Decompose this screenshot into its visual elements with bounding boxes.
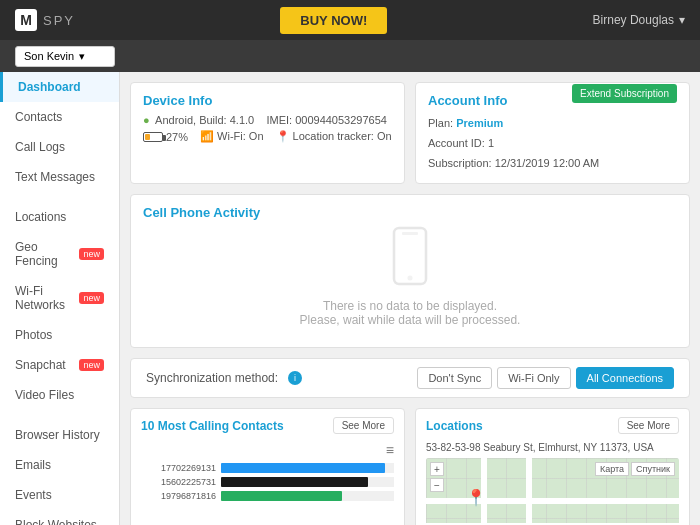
sync-all-connections-button[interactable]: All Connections	[576, 367, 674, 389]
calling-card-header: 10 Most Calling Contacts See More	[141, 417, 394, 434]
geo-fencing-badge: new	[79, 248, 104, 260]
table-row: 19796871816	[141, 491, 394, 501]
sidebar-item-emails[interactable]: Emails	[0, 450, 119, 480]
location-text: Location tracker: On	[293, 130, 392, 142]
map-pin-icon: 📍	[466, 488, 486, 507]
sidebar-item-events[interactable]: Events	[0, 480, 119, 510]
plan-label: Plan:	[428, 117, 453, 129]
sidebar-label-dashboard: Dashboard	[18, 80, 81, 94]
sidebar-label-emails: Emails	[15, 458, 51, 472]
sidebar-label-contacts: Contacts	[15, 110, 62, 124]
device-stats: 27% 📶 Wi-Fi: On 📍 Location tracker: On	[143, 130, 392, 143]
sidebar-label-events: Events	[15, 488, 52, 502]
sidebar-item-photos[interactable]: Photos	[0, 320, 119, 350]
logo: m SPY	[15, 9, 75, 31]
bar-fill-2	[221, 477, 368, 487]
sync-dont-sync-button[interactable]: Don't Sync	[417, 367, 492, 389]
wifi-text: Wi-Fi: On	[217, 130, 263, 142]
hamburger-icon: ≡	[386, 442, 394, 458]
contact-number-3: 19796871816	[141, 491, 216, 501]
wifi-icon: 📶	[200, 130, 214, 142]
sync-buttons: Don't Sync Wi-Fi Only All Connections	[417, 367, 674, 389]
extend-subscription-button[interactable]: Extend Subscription	[572, 84, 677, 103]
locations-card-header: Locations See More	[426, 417, 679, 434]
map-tab-map[interactable]: Карта	[595, 462, 629, 476]
bar-container-1	[221, 463, 394, 473]
sidebar-label-text-messages: Text Messages	[15, 170, 95, 184]
sidebar: Dashboard Contacts Call Logs Text Messag…	[0, 72, 120, 525]
device-os: ● Android, Build: 4.1.0 IMEI: 0009440532…	[143, 114, 392, 126]
activity-empty-message: There is no data to be displayed. Please…	[143, 284, 677, 337]
user-name: Birney Douglas	[593, 13, 674, 27]
map-road-v2	[526, 458, 532, 525]
sidebar-label-wifi-networks: Wi-Fi Networks	[15, 284, 74, 312]
sidebar-item-locations[interactable]: Locations	[0, 202, 119, 232]
sidebar-label-geo-fencing: Geo Fencing	[15, 240, 74, 268]
cell-activity-title: Cell Phone Activity	[143, 205, 677, 220]
account-details: Plan: Premium Extend Subscription Accoun…	[428, 114, 677, 173]
device-name: Son Kevin	[24, 50, 74, 62]
android-icon: ●	[143, 114, 150, 126]
bar-container-2	[221, 477, 394, 487]
map-area: 📍 Карта Спутник + −	[426, 458, 679, 525]
battery-percent: 27%	[166, 131, 188, 143]
sync-info-icon[interactable]: i	[288, 371, 302, 385]
cell-activity-card: Cell Phone Activity There is no data to …	[130, 194, 690, 348]
sidebar-item-browser-history[interactable]: Browser History	[0, 420, 119, 450]
svg-point-2	[408, 276, 413, 281]
main-layout: Dashboard Contacts Call Logs Text Messag…	[0, 72, 700, 525]
bar-chart: 17702269131 15602225731 19796871816	[141, 463, 394, 501]
device-selector[interactable]: Son Kevin ▾	[15, 46, 115, 67]
bar-container-3	[221, 491, 394, 501]
wifi-badge: new	[79, 292, 104, 304]
bar-fill-3	[221, 491, 342, 501]
buy-now-button[interactable]: BUY NOW!	[280, 7, 387, 34]
sidebar-item-block-websites[interactable]: Block Websites	[0, 510, 119, 525]
map-zoom-controls: + −	[430, 462, 444, 492]
sync-label: Synchronization method:	[146, 371, 278, 385]
device-os-text: Android, Build: 4.1.0	[155, 114, 254, 126]
contact-number-1: 17702269131	[141, 463, 216, 473]
user-dropdown-icon: ▾	[679, 13, 685, 27]
map-road-h1	[426, 498, 679, 504]
user-menu[interactable]: Birney Douglas ▾	[593, 13, 685, 27]
sync-wifi-only-button[interactable]: Wi-Fi Only	[497, 367, 570, 389]
content-area: Device Info ● Android, Build: 4.1.0 IMEI…	[120, 72, 700, 525]
map-zoom-in-button[interactable]: +	[430, 462, 444, 476]
sidebar-item-snapchat[interactable]: Snapchat new	[0, 350, 119, 380]
location-status: 📍 Location tracker: On	[276, 130, 392, 143]
device-dropdown-icon: ▾	[79, 50, 85, 63]
wifi-status: 📶 Wi-Fi: On	[200, 130, 264, 143]
sidebar-item-geo-fencing[interactable]: Geo Fencing new	[0, 232, 119, 276]
sidebar-item-contacts[interactable]: Contacts	[0, 102, 119, 132]
map-tab-satellite[interactable]: Спутник	[631, 462, 675, 476]
locations-see-more-button[interactable]: See More	[618, 417, 679, 434]
activity-msg2: Please, wait while data will be processe…	[143, 313, 677, 327]
app-header: m SPY BUY NOW! Birney Douglas ▾	[0, 0, 700, 40]
subscription-label: Subscription:	[428, 157, 492, 169]
map-address: 53-82-53-98 Seabury St, Elmhurst, NY 113…	[426, 442, 679, 453]
plan-value: Premium	[456, 117, 503, 129]
activity-msg1: There is no data to be displayed.	[143, 299, 677, 313]
bar-fill-1	[221, 463, 385, 473]
sidebar-label-photos: Photos	[15, 328, 52, 342]
sidebar-item-call-logs[interactable]: Call Logs	[0, 132, 119, 162]
sidebar-item-video-files[interactable]: Video Files	[0, 380, 119, 410]
battery-icon	[143, 132, 163, 142]
device-info-title: Device Info	[143, 93, 392, 108]
calling-title: 10 Most Calling Contacts	[141, 419, 284, 433]
subscription-value: 12/31/2019 12:00 AM	[495, 157, 600, 169]
map-zoom-out-button[interactable]: −	[430, 478, 444, 492]
bottom-row: 10 Most Calling Contacts See More ≡ 1770…	[130, 408, 690, 525]
phone-icon	[385, 226, 435, 276]
map-tabs: Карта Спутник	[595, 462, 675, 476]
sidebar-item-wifi-networks[interactable]: Wi-Fi Networks new	[0, 276, 119, 320]
table-row: 17702269131	[141, 463, 394, 473]
device-imei: 000944053297654	[295, 114, 387, 126]
calling-see-more-button[interactable]: See More	[333, 417, 394, 434]
sidebar-item-dashboard[interactable]: Dashboard	[0, 72, 119, 102]
sidebar-label-locations: Locations	[15, 210, 66, 224]
snapchat-badge: new	[79, 359, 104, 371]
device-imei-label: IMEI:	[266, 114, 292, 126]
sidebar-item-text-messages[interactable]: Text Messages	[0, 162, 119, 192]
